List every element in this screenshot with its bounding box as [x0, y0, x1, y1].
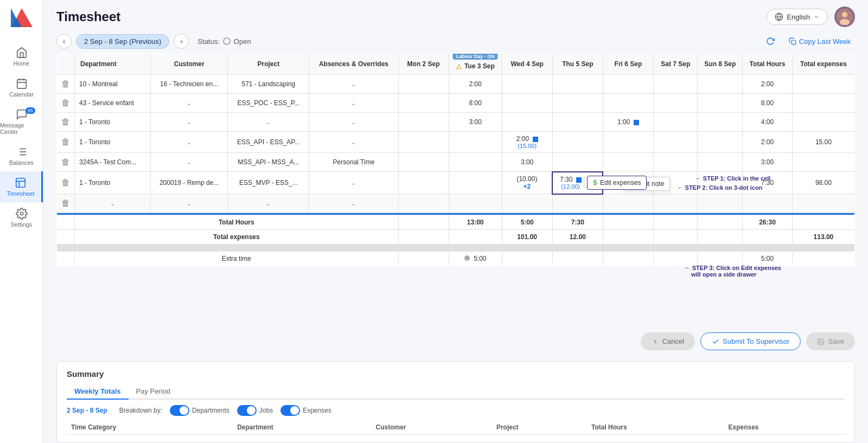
fri-empty[interactable]	[603, 194, 653, 213]
project-1: 571 - Landscaping	[228, 75, 309, 94]
departments-toggle[interactable]	[170, 405, 189, 416]
customer-5[interactable]: ⌄	[150, 153, 227, 172]
absences-3[interactable]: ⌄	[309, 113, 398, 132]
delete-row-3[interactable]: 🗑	[60, 116, 71, 128]
absences-4[interactable]: ⌄	[309, 132, 398, 153]
sidebar-item-settings[interactable]: Settings	[0, 202, 43, 233]
delete-empty-row[interactable]: 🗑	[60, 197, 71, 209]
wed-6[interactable]: (10.00) +2	[502, 172, 552, 194]
wed-2[interactable]	[502, 94, 552, 113]
fri-2[interactable]	[603, 94, 653, 113]
customer-6: 200019 - Remp de...	[150, 172, 227, 194]
total-exp-total	[743, 230, 793, 245]
tab-weekly-totals[interactable]: Weekly Totals	[67, 384, 129, 400]
table-row: 🗑 1 - Toronto ⌄ ⌄ ⌄ 3:00 1:00 4:00	[57, 113, 855, 132]
sat-empty[interactable]	[654, 194, 698, 213]
sun-1[interactable]	[698, 75, 743, 94]
fri-4[interactable]	[603, 132, 653, 153]
delete-row-4[interactable]: 🗑	[60, 136, 71, 148]
app-logo[interactable]	[8, 5, 35, 33]
customer-3[interactable]: ⌄	[150, 113, 227, 132]
absences-2[interactable]: ⌄	[309, 94, 398, 113]
wed-empty[interactable]	[502, 194, 552, 213]
thu-5[interactable]	[552, 153, 603, 172]
delete-row-5[interactable]: 🗑	[60, 156, 71, 168]
svg-rect-22	[792, 40, 796, 44]
thu-empty[interactable]	[552, 194, 603, 213]
language-selector[interactable]: English	[767, 9, 828, 25]
sat-3[interactable]	[654, 113, 698, 132]
sat-4[interactable]	[654, 132, 698, 153]
wed-3[interactable]	[502, 113, 552, 132]
prev-period-button[interactable]: ‹	[56, 34, 72, 49]
refresh-button[interactable]	[762, 35, 779, 48]
user-avatar[interactable]	[834, 7, 855, 27]
copy-last-week-button[interactable]: Copy Last Week	[784, 35, 855, 48]
tue-4[interactable]	[449, 132, 502, 153]
sun-2[interactable]	[698, 94, 743, 113]
expenses-toggle[interactable]	[280, 405, 300, 416]
sat-1[interactable]	[654, 75, 698, 94]
fri-5[interactable]	[603, 153, 653, 172]
customer-4[interactable]: ⌄	[150, 132, 227, 153]
thu-4[interactable]	[552, 132, 603, 153]
sun-4[interactable]	[698, 132, 743, 153]
sat-2[interactable]	[654, 94, 698, 113]
sidebar-item-timesheet[interactable]: Timesheet	[0, 171, 43, 202]
dept-empty[interactable]: ⌄	[75, 194, 151, 213]
abs-empty[interactable]: ⌄	[309, 194, 398, 213]
sun-5[interactable]	[698, 153, 743, 172]
mon-empty[interactable]	[398, 194, 449, 213]
col-tue: Labour Day - ON △ Tue 3 Sep	[449, 54, 502, 75]
sat-5[interactable]	[654, 153, 698, 172]
mon-1[interactable]	[398, 75, 449, 94]
absences-6[interactable]: ⌄	[309, 172, 398, 194]
mon-6[interactable]	[398, 172, 449, 194]
wed-1[interactable]	[502, 75, 552, 94]
delete-row-1[interactable]: 🗑	[60, 78, 71, 90]
thu-2[interactable]	[552, 94, 603, 113]
fri-1[interactable]	[603, 75, 653, 94]
thu-1[interactable]	[552, 75, 603, 94]
thu-3[interactable]	[552, 113, 603, 132]
tue-2[interactable]: 8:00	[449, 94, 502, 113]
add-row[interactable]: 🗑 ⌄ ⌄ ⌄ ⌄	[57, 194, 855, 213]
tue-1[interactable]: 2:00	[449, 75, 502, 94]
edit-expenses-label[interactable]: Edit expenses	[600, 179, 641, 187]
mon-2[interactable]	[398, 94, 449, 113]
tue-5[interactable]	[449, 153, 502, 172]
sidebar-item-balances[interactable]: Balances	[0, 140, 43, 171]
wed-5[interactable]: 3:00	[502, 153, 552, 172]
delete-row-6[interactable]: 🗑	[60, 177, 71, 189]
sidebar-item-home[interactable]: Home	[0, 41, 43, 72]
mon-3[interactable]	[398, 113, 449, 132]
cust-empty[interactable]: ⌄	[150, 194, 227, 213]
mon-4[interactable]	[398, 132, 449, 153]
sidebar-item-messages[interactable]: Message Center 65	[0, 103, 43, 140]
submit-to-supervisor-button[interactable]: Submit To Supervisor	[700, 332, 801, 350]
sun-empty[interactable]	[698, 194, 743, 213]
tue-empty[interactable]	[449, 194, 502, 213]
sun-3[interactable]	[698, 113, 743, 132]
wed-4[interactable]: 2:00 (15.00)	[502, 132, 552, 153]
mon-5[interactable]	[398, 153, 449, 172]
tue-6[interactable]	[449, 172, 502, 194]
project-3[interactable]: ⌄	[228, 113, 309, 132]
tue-3[interactable]: 3:00	[449, 113, 502, 132]
save-button[interactable]: Save	[806, 332, 855, 350]
tab-pay-period[interactable]: Pay Period	[129, 384, 178, 400]
delete-row-2[interactable]: 🗑	[60, 97, 71, 109]
sidebar-item-calendar[interactable]: Calendar	[0, 72, 43, 103]
cancel-button[interactable]: Cancel	[641, 332, 695, 350]
edit-expenses-popup[interactable]: $ Edit expenses	[587, 176, 647, 190]
jobs-toggle[interactable]	[237, 405, 257, 416]
proj-empty[interactable]: ⌄	[228, 194, 309, 213]
col-fri: Fri 6 Sep	[603, 54, 653, 75]
period-label[interactable]: 2 Sep - 8 Sep (Previous)	[76, 34, 169, 49]
next-period-button[interactable]: ›	[174, 34, 189, 49]
sidebar-label-settings: Settings	[11, 221, 33, 228]
fri-3[interactable]: 1:00	[603, 113, 653, 132]
customer-2[interactable]: ⌄	[150, 94, 227, 113]
absences-1[interactable]: ⌄	[309, 75, 398, 94]
period-range: 2 Sep - 8 Sep	[67, 407, 107, 414]
